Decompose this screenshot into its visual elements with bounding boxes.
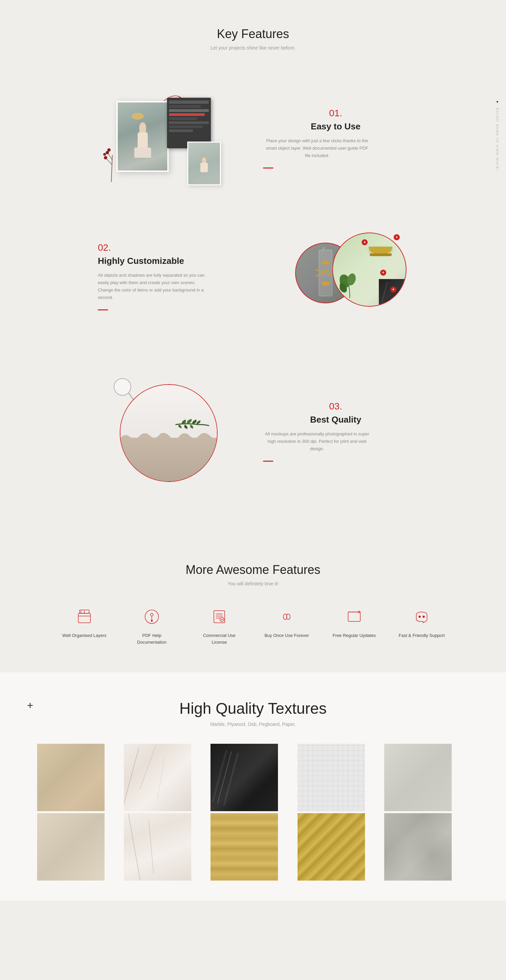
texture-rough-gray-1 (384, 813, 452, 881)
feature-row-1: 01. Easy to Use Place your design with j… (51, 71, 455, 205)
textures-inner: + High Quality Textures Marble, Plywood,… (0, 699, 506, 727)
features-grid: Well Organised Layers PDF Help Documenta… (0, 606, 506, 645)
support-icon-wrap (412, 606, 432, 627)
feature-2-desc: All objects and shadows are fully separa… (98, 272, 206, 301)
updates-label: Free Regular Updates (333, 632, 376, 639)
feature-3-divider (263, 461, 273, 462)
feature-2-heading: Highly Customizable (98, 256, 243, 266)
feature-3-number: 03. (263, 401, 408, 412)
license-icon-wrap (209, 606, 229, 627)
layers-panel (167, 98, 211, 148)
feature-3-desc: All mockups are professionally photograp… (263, 430, 371, 453)
support-label: Fast & Friendly Support (399, 632, 445, 639)
awesome-features-title: More Awesome Features (0, 563, 506, 577)
svg-point-4 (104, 156, 107, 159)
svg-point-20 (150, 613, 153, 616)
svg-rect-18 (78, 613, 90, 623)
layers-label: Well Organised Layers (62, 632, 106, 639)
feature-3-heading: Best Quality (263, 415, 408, 425)
plus-icon-4: + (390, 286, 396, 293)
feature-item-layers: Well Organised Layers (61, 606, 108, 645)
layers-icon (76, 609, 93, 625)
texture-marble-black-1 (211, 744, 278, 811)
key-features-section: Key Features Let your projects shine lik… (0, 0, 506, 536)
texture-marble-white-1 (124, 744, 191, 811)
license-icon (211, 609, 227, 625)
svg-point-28 (419, 616, 421, 618)
svg-line-2 (106, 158, 112, 165)
texture-light-2 (37, 813, 105, 881)
texture-plywood-1 (211, 813, 278, 881)
pine-branch-icon (176, 416, 209, 433)
texture-marble-white-2 (124, 813, 191, 881)
feature-row-3: 03. Best Quality All mockups are profess… (51, 347, 455, 515)
updates-icon (346, 609, 362, 625)
infinity-icon (279, 609, 295, 625)
feature-1-heading: Easy to Use (263, 121, 408, 132)
key-features-subtitle: Let your projects shine like never befor… (0, 45, 506, 51)
svg-line-3 (108, 153, 112, 160)
feature-item-license: Commercial Use License (196, 606, 243, 645)
quality-container (103, 368, 224, 495)
svg-point-7 (107, 148, 111, 152)
quality-circle (120, 384, 217, 482)
texture-beige-1 (37, 744, 105, 811)
feature-1-desc: Place your design with just a few clicks… (263, 137, 371, 159)
plus-sign: + (27, 699, 34, 712)
feature-3-text: 03. Best Quality All mockups are profess… (256, 394, 415, 468)
layers-icon-wrap (74, 606, 94, 627)
texture-title: High Quality Textures (0, 699, 506, 718)
pdf-icon-wrap (142, 606, 162, 627)
feature-1-visual (91, 91, 236, 185)
customizable-container: ✛ (278, 226, 407, 327)
awesome-features-section: More Awesome Features You will definitel… (0, 536, 506, 672)
texture-gold-1 (297, 813, 365, 881)
texture-subtitle: Marble, Plywood, Osb, Pegboard, Paper. (0, 722, 506, 727)
feature-2-divider (98, 309, 108, 310)
texture-grid-1 (297, 744, 365, 811)
license-label: Commercial Use License (196, 632, 243, 645)
feature-item-infinity: Buy Once Use Forever (263, 606, 310, 645)
feature-1-divider (263, 167, 273, 169)
feature-3-visual (91, 368, 236, 495)
pdf-label: PDF Help Documentation (128, 632, 176, 645)
svg-point-21 (151, 620, 152, 621)
feature-1-number: 01. (263, 108, 408, 119)
feature-item-pdf: PDF Help Documentation (128, 606, 176, 645)
feature-2-number: 02. (98, 242, 243, 253)
feature-2-visual: ✛ (270, 226, 415, 327)
feature-item-updates: Free Regular Updates (330, 606, 378, 645)
plus-icon-3: + (380, 270, 386, 276)
feature-row-2: ✛ (51, 205, 455, 347)
plant-icon (340, 271, 360, 298)
small-photo-card (187, 142, 221, 185)
updates-icon-wrap (344, 606, 364, 627)
svg-point-6 (103, 153, 106, 156)
circle-large (332, 232, 407, 307)
plus-icon-1: + (394, 234, 400, 240)
svg-text:✛: ✛ (322, 247, 325, 250)
support-icon (413, 609, 430, 625)
awesome-features-subtitle: You will definitely love it! (0, 581, 506, 586)
infinity-label: Buy Once Use Forever (265, 632, 309, 639)
scroll-indicator: Scroll down to view more! (496, 101, 499, 172)
feature-2-text: 02. Highly Customizable All objects and … (91, 235, 250, 317)
texture-grid (17, 744, 489, 881)
mockup-container (99, 91, 228, 185)
feature-1-text: 01. Easy to Use Place your design with j… (256, 101, 415, 175)
pdf-icon (144, 609, 160, 625)
textures-section: + High Quality Textures Marble, Plywood,… (0, 672, 506, 901)
infinity-icon-wrap (277, 606, 297, 627)
feature-item-support: Fast & Friendly Support (398, 606, 445, 645)
svg-point-29 (423, 616, 425, 618)
main-photo-card (117, 101, 169, 172)
texture-light-gray-1 (384, 744, 452, 811)
plus-icon-2: + (362, 239, 368, 245)
key-features-title: Key Features (0, 27, 506, 41)
